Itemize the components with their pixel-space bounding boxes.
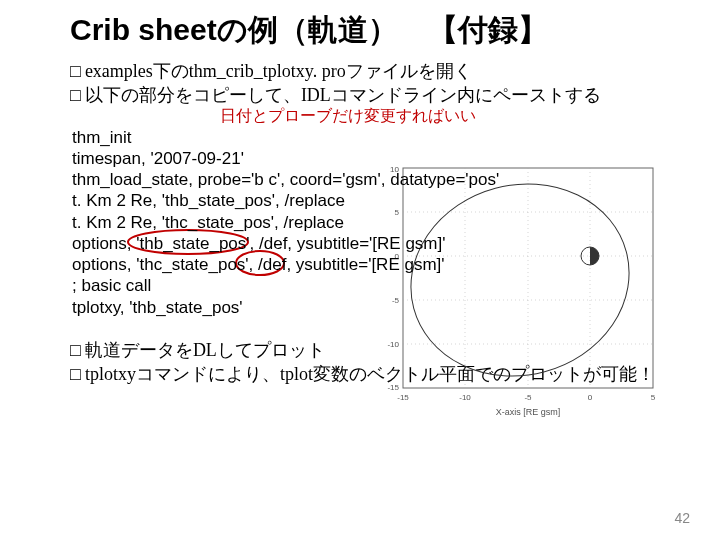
code-line: tplotxy, 'thb_state_pos' [72,297,670,318]
note-text: 日付とプローブだけ変更すればいい [220,106,670,127]
bullet-top-0: examples下のthm_crib_tplotxy. proファイルを開く [70,59,670,83]
code-line: options, 'thc_state_pos', /def, ysubtitl… [72,254,670,275]
title-en: Crib sheet [70,13,217,46]
xtick: -10 [459,393,471,402]
plot-xlabel: X-axis [RE gsm] [496,407,561,417]
xtick: -15 [397,393,409,402]
code-line: ; basic call [72,275,670,296]
page-number: 42 [674,510,690,526]
ytick: -10 [387,340,399,349]
xtick: -5 [524,393,532,402]
ytick: -15 [387,383,399,392]
bullet-text: examples下のthm_crib_tplotxy. proファイルを開く [85,61,472,81]
slide: Crib sheetの例（軌道） 【付録】 examples下のthm_crib… [0,0,720,540]
bullet-text: 以下の部分をコピーして、IDLコマンドライン内にペーストする [85,85,601,105]
code-line: t. Km 2 Re, 'thc_state_pos', /replace [72,212,670,233]
code-line: thm_init [72,127,670,148]
code-block: thm_init timespan, '2007-09-21' thm_load… [72,127,670,318]
page-title: Crib sheetの例（軌道） 【付録】 [70,10,670,51]
xtick: 5 [651,393,656,402]
bullet-text: 軌道データをDLしてプロット [85,340,325,360]
code-line: t. Km 2 Re, 'thb_state_pos', /replace [72,190,670,211]
code-line: timespan, '2007-09-21' [72,148,670,169]
bullet-top-1: 以下の部分をコピーして、IDLコマンドライン内にペーストする [70,83,670,107]
code-line: thm_load_state, probe='b c', coord='gsm'… [72,169,670,190]
xtick: 0 [588,393,593,402]
title-jp: の例（軌道） 【付録】 [217,13,548,46]
code-line: options, 'thb_state_pos', /def, ysubtitl… [72,233,670,254]
